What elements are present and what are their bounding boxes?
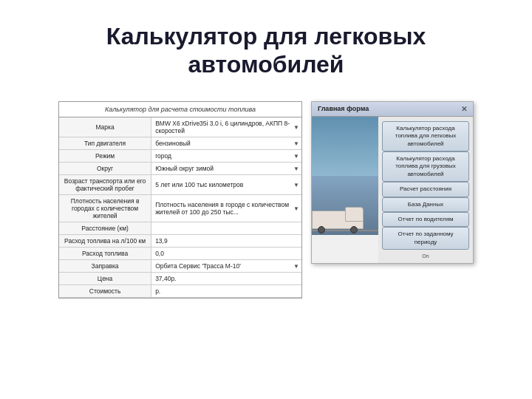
table-row: Цена37,40р. [59, 272, 301, 284]
main-form-body: Калькулятор расхода топлива для легковых… [312, 117, 473, 263]
table-row: Режимгород▼ [59, 149, 301, 162]
main-form-title: Главная форма [318, 105, 369, 112]
row-label: Расход топлива на л/100 км [59, 234, 151, 247]
table-row: Плотность населения в городах с количест… [59, 194, 301, 222]
row-value[interactable]: город▼ [151, 149, 301, 162]
truck-image [312, 117, 378, 235]
form-button-5[interactable]: Отчет по заданному периоду [382, 227, 469, 250]
dropdown-arrow-icon[interactable]: ▼ [293, 262, 299, 269]
row-value: 37,40р. [151, 272, 301, 284]
table-row: Возраст транспорта или его фактический п… [59, 174, 301, 194]
page-title: Калькулятор для легковых автомобилей [0, 0, 532, 94]
table-row: Расход топлива на л/100 км13,9 [59, 234, 301, 247]
row-label: Округ [59, 162, 151, 174]
row-label: Режим [59, 149, 151, 162]
table-row: ОкругЮжный округ зимой▼ [59, 162, 301, 174]
row-value: 13,9 [151, 234, 301, 247]
row-value[interactable]: Плотность населения в городе с количеств… [151, 194, 301, 222]
table-row: Стоимостьр. [59, 284, 301, 297]
row-label: Заправка [59, 259, 151, 272]
row-label: Возраст транспорта или его фактический п… [59, 174, 151, 194]
row-label: Расстояние (км) [59, 222, 151, 234]
table-row: ЗаправкаОрбита Сервис 'Трасса М-10'▼ [59, 259, 301, 272]
row-value[interactable]: бензиновый▼ [151, 137, 301, 149]
dropdown-arrow-icon[interactable]: ▼ [293, 140, 299, 146]
row-value[interactable]: BMW X6 xDrive35i 3.0 i, 6 цилиндров, АКП… [151, 117, 301, 137]
dropdown-arrow-icon[interactable]: ▼ [293, 123, 299, 130]
calc-table: МаркаBMW X6 xDrive35i 3.0 i, 6 цилиндров… [59, 117, 301, 298]
form-button-3[interactable]: База Данных [382, 197, 469, 212]
row-value[interactable]: Орбита Сервис 'Трасса М-10'▼ [151, 259, 301, 272]
main-form-panel: Главная форма ✕ Калькулятор расхода топл… [311, 101, 474, 264]
close-button[interactable]: ✕ [461, 105, 467, 113]
form-button-0[interactable]: Калькулятор расхода топлива для легковых… [382, 121, 469, 151]
row-value[interactable]: 5 лет или 100 тыс километров▼ [151, 174, 301, 194]
row-label: Тип двигателя [59, 137, 151, 149]
row-value[interactable]: Южный округ зимой▼ [151, 162, 301, 174]
main-form-header: Главная форма ✕ [312, 102, 473, 117]
dropdown-arrow-icon[interactable]: ▼ [293, 152, 299, 159]
table-row: Расход топлива0,0 [59, 247, 301, 259]
row-label: Стоимость [59, 284, 151, 297]
form-button-2[interactable]: Расчет расстояния [382, 182, 469, 197]
row-label: Расход топлива [59, 247, 151, 259]
row-value: 0,0 [151, 247, 301, 259]
table-row: Расстояние (км) [59, 222, 301, 234]
calc-panel-title: Калькулятор для расчета стоимости топлив… [59, 102, 301, 117]
table-row: МаркаBMW X6 xDrive35i 3.0 i, 6 цилиндров… [59, 117, 301, 137]
dropdown-arrow-icon[interactable]: ▼ [293, 165, 299, 171]
row-label: Марка [59, 117, 151, 137]
buttons-column: Калькулятор расхода топлива для легковых… [378, 117, 473, 263]
dropdown-arrow-icon[interactable]: ▼ [293, 181, 299, 188]
on-label: On [382, 253, 469, 259]
row-label: Плотность населения в городах с количест… [59, 194, 151, 222]
calculator-panel: Калькулятор для расчета стоимости топлив… [58, 101, 302, 299]
dropdown-arrow-icon[interactable]: ▼ [293, 205, 299, 211]
form-button-4[interactable]: Отчет по водителям [382, 212, 469, 227]
form-button-1[interactable]: Калькулятор расхода топлива для грузовых… [382, 151, 469, 182]
row-value: р. [151, 284, 301, 297]
row-value [151, 222, 301, 234]
row-label: Цена [59, 272, 151, 284]
content-area: Калькулятор для расчета стоимости топлив… [0, 94, 532, 306]
table-row: Тип двигателябензиновый▼ [59, 137, 301, 149]
